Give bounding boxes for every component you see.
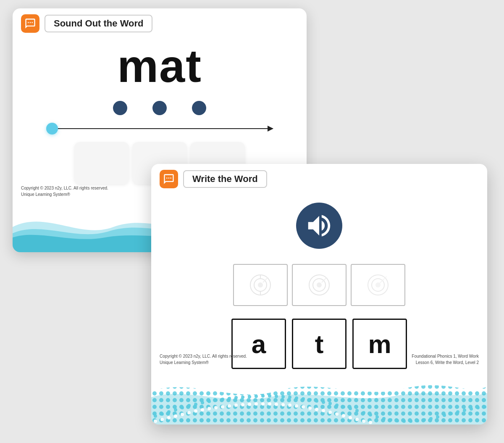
card-front-title: Write the Word <box>183 170 267 188</box>
svg-point-20 <box>207 400 211 403</box>
svg-point-91 <box>349 416 352 419</box>
svg-point-78 <box>261 402 265 406</box>
target-box-3 <box>351 264 405 306</box>
svg-point-79 <box>268 402 271 406</box>
svg-point-90 <box>342 414 345 417</box>
svg-point-42 <box>355 409 359 412</box>
svg-point-88 <box>328 411 332 414</box>
svg-point-94 <box>369 421 372 424</box>
svg-point-63 <box>160 418 164 421</box>
svg-point-80 <box>275 403 278 406</box>
card-back-title: Sound Out the Word <box>45 15 152 32</box>
svg-point-34 <box>302 397 305 401</box>
svg-point-26 <box>248 395 251 398</box>
svg-point-86 <box>315 408 318 411</box>
svg-point-38 <box>328 402 332 405</box>
svg-point-16 <box>181 406 184 409</box>
svg-point-44 <box>369 413 372 417</box>
svg-point-24 <box>234 396 238 399</box>
svg-point-74 <box>234 403 238 407</box>
svg-point-83 <box>295 404 298 408</box>
svg-point-93 <box>362 419 365 423</box>
svg-point-67 <box>187 411 191 414</box>
svg-point-57 <box>456 410 459 414</box>
copyright-back: Copyright © 2023 n2y, LLC. All rights re… <box>21 185 108 198</box>
svg-point-51 <box>416 419 419 422</box>
svg-point-29 <box>268 394 271 398</box>
svg-point-64 <box>167 416 171 419</box>
svg-point-48 <box>396 419 399 422</box>
svg-point-28 <box>261 394 265 398</box>
svg-point-17 <box>187 404 191 407</box>
svg-point-85 <box>308 406 312 410</box>
answer-box-t[interactable]: t <box>292 319 346 369</box>
svg-point-39 <box>335 403 339 407</box>
chat-icon-front <box>163 173 175 185</box>
card-write-word: Write the Word <box>151 164 487 425</box>
header-icon-back <box>21 14 39 33</box>
svg-point-72 <box>221 405 224 409</box>
target-icon-1 <box>248 272 273 298</box>
svg-point-89 <box>335 412 339 416</box>
answer-letter-m: m <box>368 329 391 359</box>
wave-decoration-front <box>151 370 487 425</box>
svg-point-54 <box>436 415 439 419</box>
svg-point-84 <box>302 405 305 409</box>
header-icon-front <box>160 170 178 188</box>
svg-point-2 <box>258 282 263 287</box>
chat-icon <box>24 18 36 29</box>
svg-point-15 <box>174 408 177 411</box>
answer-box-m[interactable]: m <box>352 319 407 369</box>
lesson-info: Foundational Phonics 1, Word Work Lesson… <box>412 353 479 366</box>
svg-point-47 <box>389 418 392 422</box>
card-front-header: Write the Word <box>151 164 487 194</box>
card-back-header: Sound Out the Word <box>13 8 307 39</box>
svg-point-40 <box>342 405 345 409</box>
speaker-button[interactable] <box>296 203 342 249</box>
svg-point-18 <box>194 403 197 406</box>
svg-point-49 <box>402 419 406 423</box>
svg-point-21 <box>214 398 218 402</box>
svg-point-50 <box>409 419 412 423</box>
svg-point-60 <box>476 406 480 409</box>
svg-point-19 <box>201 401 204 404</box>
target-icon-2 <box>307 272 332 298</box>
svg-point-77 <box>255 402 258 406</box>
svg-point-61 <box>483 405 486 409</box>
svg-point-14 <box>167 410 171 414</box>
svg-point-43 <box>362 411 365 414</box>
svg-point-32 <box>288 396 291 399</box>
svg-point-7 <box>317 282 322 287</box>
svg-point-65 <box>174 414 177 418</box>
svg-point-70 <box>207 407 211 410</box>
svg-point-37 <box>322 401 325 404</box>
svg-point-56 <box>449 412 453 415</box>
copyright-front: Copyright © 2023 n2y, LLC. All rights re… <box>160 353 247 366</box>
target-box-2 <box>292 264 346 306</box>
svg-point-82 <box>288 403 291 407</box>
dot-2 <box>152 101 167 115</box>
svg-point-27 <box>255 395 258 398</box>
phoneme-dots <box>13 101 307 115</box>
svg-point-45 <box>375 415 379 419</box>
svg-point-53 <box>429 417 433 420</box>
target-icon-3 <box>365 272 391 298</box>
svg-point-23 <box>228 397 231 400</box>
svg-point-12 <box>154 414 157 418</box>
blending-ball <box>46 123 58 134</box>
svg-point-25 <box>241 396 244 399</box>
svg-point-35 <box>308 398 312 401</box>
svg-point-33 <box>295 396 298 400</box>
svg-point-87 <box>322 409 325 412</box>
svg-point-52 <box>423 418 426 422</box>
svg-point-73 <box>228 404 231 408</box>
svg-point-71 <box>214 406 218 409</box>
target-box-1 <box>233 264 288 306</box>
svg-point-69 <box>201 408 204 411</box>
svg-point-36 <box>315 399 318 403</box>
speaker-icon <box>304 211 334 240</box>
dot-1 <box>113 101 127 115</box>
blending-arrow-row <box>13 123 307 134</box>
letter-box-1 <box>74 142 129 184</box>
svg-point-30 <box>275 395 278 398</box>
